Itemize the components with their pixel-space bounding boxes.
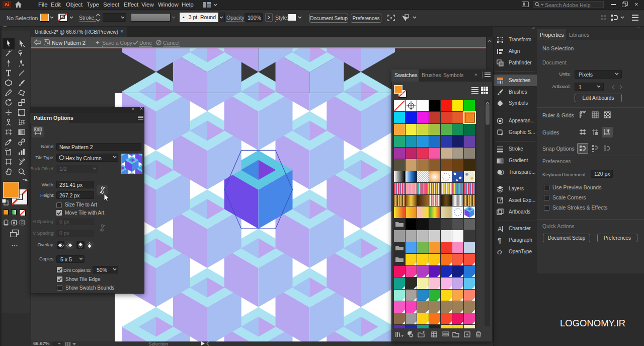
- svg-text:O: O: [497, 248, 502, 255]
- svg-text:A: A: [498, 225, 502, 232]
- svg-text:¶: ¶: [498, 237, 501, 244]
